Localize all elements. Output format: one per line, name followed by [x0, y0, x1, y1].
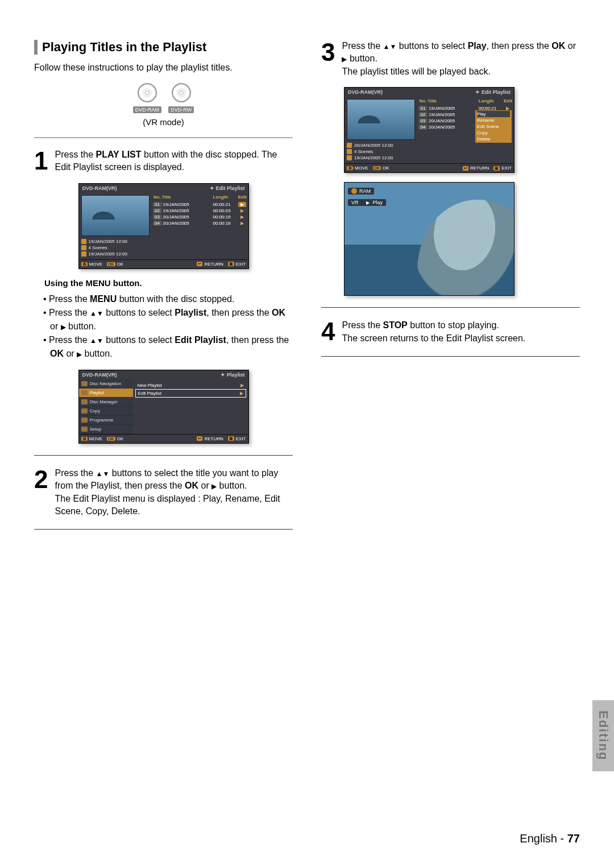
move-icon: ⯐ [81, 437, 88, 441]
right-icon [211, 481, 217, 490]
sidebar-item-disc-manager[interactable]: Disc Manager [79, 398, 133, 407]
exit-icon: ▣ [493, 166, 500, 171]
divider [34, 455, 293, 456]
sidebar-item-playlist[interactable]: Playlist [79, 388, 133, 398]
scenes-icon [347, 149, 352, 154]
menu-delete[interactable]: Delete [477, 136, 510, 142]
footer-exit: EXIT [236, 262, 246, 267]
divider [34, 529, 293, 530]
meta-row: 19/JAN/2005 12:00 [81, 238, 151, 245]
step-body: Press the buttons to select the title yo… [55, 467, 293, 518]
sidebar-item-disc-navigation[interactable]: Disc Navigation [79, 379, 133, 388]
section-title: Playing Titles in the Playlist [34, 40, 293, 55]
calendar-icon [347, 143, 352, 148]
col-no: No. [153, 195, 162, 200]
table-row[interactable]: 01 19/JAN/2005 00:00:21 ▶ [153, 201, 246, 208]
move-icon: ⯐ [347, 166, 353, 170]
step-1: 1 Press the PLAY LIST button with the di… [34, 148, 293, 174]
playlist-icon [81, 390, 88, 395]
move-icon: ⯐ [81, 262, 88, 266]
sidebar-item-setup[interactable]: Setup [79, 425, 133, 434]
arrow-icon: ▶ [240, 391, 243, 396]
t: PLAY LIST [96, 150, 142, 159]
menu-play[interactable]: Play [477, 111, 510, 117]
calendar-icon [81, 239, 86, 244]
scenes-icon [81, 245, 86, 250]
clock-icon [347, 155, 352, 160]
disc-ram: DVD-RAM [133, 83, 161, 114]
osd-edit-popup: DVD-RAM(VR) ✦ Edit Playlist 20/JAN/2005 … [344, 87, 515, 173]
osd-label: Edit Playlist [215, 185, 244, 191]
menu-bullets: Press the MENU button with the disc stop… [34, 292, 293, 361]
menu-heading: Using the MENU button. [44, 278, 293, 288]
osd-tag: DVD-RAM(VR) [82, 185, 117, 191]
clock-icon [81, 251, 86, 257]
divider [34, 137, 293, 138]
ok-icon: OK [107, 262, 115, 266]
bullet: Press the MENU button with the disc stop… [34, 292, 293, 306]
sidebar-item-copy[interactable]: Copy [79, 407, 133, 416]
table-row[interactable]: 0420/JAN/200500:00:16▶ [153, 220, 246, 226]
divider [321, 356, 580, 357]
playback-badge: RAM VR Play [348, 186, 386, 207]
right-icon [77, 349, 82, 358]
sidebar-item-programme[interactable]: Programme [79, 416, 133, 425]
footer-return: RETURN [204, 262, 223, 267]
chapter-tab: Editing [592, 700, 614, 771]
disc-dot-icon [351, 188, 357, 194]
updown-icon [383, 41, 397, 51]
meta-row: 19/JAN/2005 12:00 [347, 155, 416, 161]
badge-vr: VR Play [348, 199, 386, 206]
disc-icon [81, 399, 88, 404]
step-body: Press the buttons to select Play, then p… [342, 40, 580, 78]
context-menu: Play Rename Edit Scene Copy Delete [475, 110, 512, 143]
step-3: 3 Press the buttons to select Play, then… [321, 40, 580, 78]
menu-new-playlist[interactable]: New Playlist▶ [135, 382, 246, 389]
page-number: 77 [567, 832, 580, 845]
setup-icon [81, 427, 88, 432]
return-icon: ↩ [463, 166, 468, 171]
disc-icon [138, 83, 157, 102]
disc-ram-label: DVD-RAM [133, 106, 161, 113]
page-footer: English - 77 [520, 832, 580, 845]
step-4: 4 Press the STOP button to stop playing.… [321, 319, 580, 345]
disc-rw-label: DVD-RW [168, 106, 194, 113]
lang: English [520, 832, 557, 845]
dolphin-image [410, 191, 515, 296]
badge-ram: RAM [348, 188, 374, 195]
step-number: 1 [34, 148, 48, 174]
step-number: 4 [321, 319, 335, 345]
copy-icon [81, 408, 88, 414]
preview-thumbnail [81, 195, 150, 236]
step-body: Press the STOP button to stop playing. T… [342, 319, 525, 345]
footer-ok: OK [117, 262, 124, 267]
updown-icon [90, 308, 103, 317]
menu-edit-playlist[interactable]: Edit Playlist▶ [135, 389, 246, 398]
table-row[interactable]: 0320/JAN/200500:00:15▶ [153, 214, 246, 220]
updown-icon [96, 468, 110, 478]
meta-row: 20/JAN/2005 12:00 [347, 142, 416, 148]
side-menu: Disc Navigation Playlist Disc Manager Co… [79, 379, 133, 434]
footer-move: MOVE [89, 262, 103, 267]
updown-icon [90, 335, 103, 345]
nav-icon [81, 381, 88, 386]
bullet: Press the buttons to select Edit Playlis… [34, 333, 293, 361]
menu-edit-scene[interactable]: Edit Scene [477, 123, 510, 130]
osd-tag: DVD-RAM(VR) [348, 89, 383, 95]
disc-icon [172, 83, 191, 102]
col-edit: Edit [238, 195, 246, 200]
menu-copy[interactable]: Copy [477, 130, 510, 136]
disc-icons: DVD-RAM DVD-RW [34, 83, 293, 114]
return-icon: ↩ [197, 262, 202, 266]
meta-row: 4 Scenes [347, 148, 416, 155]
playback-preview: RAM VR Play [344, 182, 515, 296]
right-icon [61, 321, 66, 331]
bullet: Press the buttons to select Playlist, th… [34, 306, 293, 333]
t: Press the [55, 150, 96, 159]
menu-rename[interactable]: Rename [477, 117, 510, 123]
programme-icon [81, 418, 88, 423]
vr-mode-label: (VR mode) [34, 117, 293, 127]
table-row[interactable]: 0219/JAN/200500:00:03▶ [153, 208, 246, 214]
osd-edit-playlist: DVD-RAM(VR) ✦ Edit Playlist 19/JAN/2005 … [78, 183, 249, 269]
step-number: 2 [34, 467, 48, 518]
